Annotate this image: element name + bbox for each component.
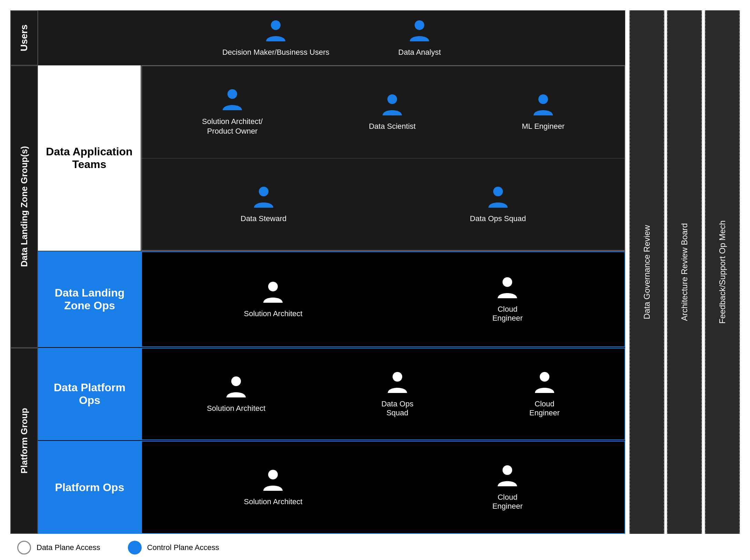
role-ml-engineer-icon (533, 93, 554, 117)
data-plane-label: Data Plane Access (37, 543, 100, 552)
svg-point-8 (503, 277, 512, 287)
role-cloud-engineer-po-icon (497, 464, 518, 488)
svg-point-7 (268, 282, 278, 291)
svg-point-5 (259, 187, 268, 196)
svg-point-13 (503, 465, 512, 475)
role-solution-architect-dlzo-icon (263, 280, 283, 304)
right-label-feedback-support: Feedback/Support Op Mech (705, 10, 740, 534)
svg-point-9 (231, 376, 241, 386)
role-data-ops-squad-dat-icon (488, 185, 508, 209)
role-data-ops-squad-dat: Data Ops Squad (470, 185, 526, 223)
role-ml-engineer: ML Engineer (522, 93, 565, 131)
svg-point-12 (268, 470, 278, 479)
svg-point-4 (538, 94, 548, 104)
data-platform-ops-label: Data Platform Ops (38, 348, 141, 440)
role-data-scientist-label: Data Scientist (369, 122, 416, 131)
legend-data-plane: Data Plane Access (17, 541, 100, 554)
svg-point-6 (493, 187, 503, 196)
data-landing-zone-ops-label: Data Landing Zone Ops (38, 251, 141, 347)
platform-ops-content: Solution Architect CloudEngineer (141, 441, 625, 534)
role-cloud-engineer-dlzo-label: CloudEngineer (492, 305, 523, 323)
role-data-scientist-icon (382, 93, 403, 117)
role-data-ops-squad-dpo-label: Data OpsSquad (381, 400, 413, 417)
data-landing-zone-ops-row: Data Landing Zone Ops Solution Architect (38, 251, 625, 348)
role-data-scientist: Data Scientist (369, 93, 416, 131)
platform-ops-row: Platform Ops Solution Architect (38, 441, 625, 534)
control-plane-icon (128, 541, 142, 554)
data-application-teams-row: Data Application Teams Solution Architec… (38, 65, 625, 251)
users-section-label: Users (10, 10, 38, 65)
role-solution-architect-po-label: Solution Architect (244, 497, 302, 506)
role-solution-architect-dpo-icon (226, 375, 246, 399)
control-plane-label: Control Plane Access (147, 543, 219, 552)
dat-top-roles: Solution Architect/Product Owner Data Sc… (142, 66, 625, 158)
user-data-analyst-label: Data Analyst (398, 48, 441, 57)
role-solution-architect-icon (222, 88, 243, 112)
data-platform-ops-content: Solution Architect Data OpsSquad (141, 348, 625, 440)
role-cloud-engineer-dpo-icon (534, 371, 555, 395)
role-solution-architect-dlzo-label: Solution Architect (244, 309, 302, 318)
role-ml-engineer-label: ML Engineer (522, 122, 565, 131)
role-solution-architect-po: Solution Architect (244, 468, 302, 506)
user-decision-maker-icon (265, 19, 286, 43)
right-labels: Data Governance Review Architecture Revi… (629, 10, 740, 534)
svg-point-1 (415, 20, 424, 30)
role-solution-architect-product-owner: Solution Architect/Product Owner (202, 88, 263, 136)
data-platform-ops-row: Data Platform Ops Solution Architect (38, 348, 625, 441)
legend: Data Plane Access Control Plane Access (10, 534, 740, 560)
role-data-ops-squad-dat-label: Data Ops Squad (470, 214, 526, 223)
role-data-steward-label: Data Steward (241, 214, 286, 223)
role-solution-architect-label: Solution Architect/Product Owner (202, 117, 263, 136)
role-data-ops-squad-dpo: Data OpsSquad (381, 371, 413, 417)
user-data-analyst: Data Analyst (398, 19, 441, 57)
data-plane-icon (17, 541, 31, 554)
role-solution-architect-dpo: Solution Architect (207, 375, 265, 413)
role-cloud-engineer-po: CloudEngineer (492, 464, 523, 511)
platform-group-label: Platform Group (10, 348, 38, 534)
svg-point-2 (227, 89, 237, 99)
legend-control-plane: Control Plane Access (128, 541, 219, 554)
platform-ops-label: Platform Ops (38, 441, 141, 534)
role-cloud-engineer-dpo-label: CloudEngineer (529, 400, 560, 417)
diagram-area: Users Data Landing Zone Group(s) Platfor… (10, 10, 740, 534)
role-solution-architect-dpo-label: Solution Architect (207, 404, 265, 413)
role-cloud-engineer-dlzo-icon (497, 276, 518, 300)
svg-point-10 (393, 372, 402, 382)
svg-point-3 (387, 94, 397, 104)
role-cloud-engineer-po-label: CloudEngineer (492, 493, 523, 511)
svg-point-0 (271, 20, 281, 30)
role-solution-architect-po-icon (263, 468, 283, 492)
role-cloud-engineer-dpo: CloudEngineer (529, 371, 560, 417)
user-decision-maker: Decision Maker/Business Users (222, 19, 330, 57)
user-data-analyst-icon (409, 19, 430, 43)
dat-bottom-roles: Data Steward Data Ops Squad (142, 158, 625, 250)
data-landing-zone-group-label: Data Landing Zone Group(s) (10, 65, 38, 348)
role-cloud-engineer-dlzo: CloudEngineer (492, 276, 523, 323)
role-solution-architect-dlzo: Solution Architect (244, 280, 302, 318)
data-application-teams-label: Data Application Teams (38, 65, 141, 251)
main-container: Users Data Landing Zone Group(s) Platfor… (0, 0, 750, 560)
role-data-steward: Data Steward (241, 185, 286, 223)
users-row: Decision Maker/Business Users Data Analy… (38, 10, 625, 65)
platform-group-section: Data Platform Ops Solution Architect (38, 348, 625, 534)
data-landing-zone-ops-content: Solution Architect CloudEngineer (141, 251, 625, 347)
data-application-teams-content: Solution Architect/Product Owner Data Sc… (141, 65, 625, 251)
role-data-ops-squad-dpo-icon (387, 371, 408, 395)
right-label-data-governance: Data Governance Review (629, 10, 664, 534)
role-data-steward-icon (253, 185, 274, 209)
right-label-architecture-review: Architecture Review Board (667, 10, 702, 534)
svg-point-11 (540, 372, 549, 382)
user-decision-maker-label: Decision Maker/Business Users (222, 48, 330, 57)
